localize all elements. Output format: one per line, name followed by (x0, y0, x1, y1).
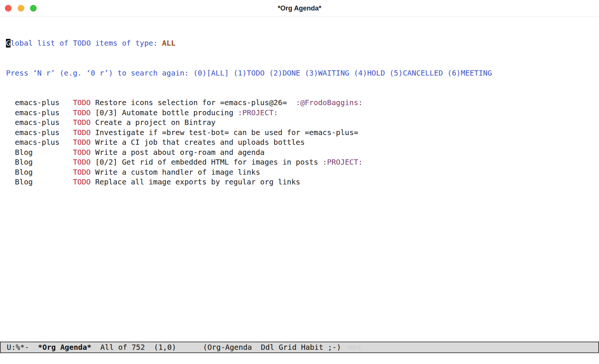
item-title: [0/2] Get rid of embedded HTML for image… (91, 158, 318, 166)
agenda-item[interactable]: emacs-plus TODO [0/3] Automate bottle pr… (6, 108, 599, 118)
agenda-item[interactable]: emacs-plus TODO Investigate if =brew tes… (6, 128, 599, 138)
item-title: Write a post about org-roam and agenda (91, 148, 264, 157)
agenda-item[interactable]: Blog TODO Replace all image exports by r… (6, 177, 599, 187)
tag-separator (318, 158, 323, 166)
item-title: Write a CI job that creates and uploads … (91, 138, 305, 147)
agenda-search-hint: Press ‘N r’ (e.g. ‘0 r’) to search again… (6, 68, 599, 79)
agenda-item[interactable]: emacs-plus TODO Create a project on Bint… (6, 118, 599, 128)
minimize-button[interactable] (18, 5, 24, 12)
modeline: U:%*-*Org Agenda*All of 752(1,0)(Org-Age… (0, 342, 599, 353)
agenda-item[interactable]: emacs-plus TODO Write a CI job that crea… (6, 138, 599, 148)
item-category: Blog (6, 178, 73, 186)
agenda-list: emacs-plus TODO Restore icons selection … (6, 98, 599, 187)
item-tags: :PROJECT: (238, 108, 278, 117)
agenda-item[interactable]: emacs-plus TODO Restore icons selection … (6, 98, 599, 108)
item-category: emacs-plus (6, 108, 73, 117)
item-category: emacs-plus (6, 128, 73, 137)
modeline-buffer-name[interactable]: *Org Agenda* (38, 343, 91, 352)
modeline-buffer-size: All of 752 (100, 343, 145, 352)
agenda-item[interactable]: Blog TODO Write a custom handler of imag… (6, 168, 599, 178)
titlebar: *Org Agenda* (0, 0, 599, 17)
buffer-area: Global list of TODO items of type: ALL P… (0, 17, 599, 197)
item-category: emacs-plus (6, 138, 73, 147)
agenda-filter-type: ALL (162, 39, 176, 48)
item-category: emacs-plus (6, 118, 73, 127)
item-title: Replace all image exports by regular org… (91, 178, 300, 186)
close-button[interactable] (5, 5, 12, 12)
item-title: [0/3] Automate bottle producing (91, 108, 233, 117)
maximize-button[interactable] (30, 5, 37, 12)
todo-keyword: TODO (73, 178, 91, 186)
todo-keyword: TODO (73, 168, 91, 177)
echo-area (0, 353, 599, 364)
agenda-header-line: Global list of TODO items of type: ALL (6, 39, 599, 49)
cursor: G (6, 39, 10, 48)
agenda-item[interactable]: Blog TODO Write a post about org-roam an… (6, 148, 599, 158)
item-tags: :PROJECT: (323, 158, 363, 166)
item-category: Blog (6, 158, 73, 166)
item-category: Blog (6, 168, 73, 177)
modeline-coding-state: U:%*- (7, 343, 29, 352)
todo-keyword: TODO (73, 108, 91, 117)
todo-keyword: TODO (73, 148, 91, 157)
item-category: emacs-plus (6, 98, 73, 107)
item-title: Create a project on Bintray (91, 118, 215, 127)
todo-keyword: TODO (73, 98, 91, 107)
todo-keyword: TODO (73, 118, 91, 127)
item-title: Investigate if =brew test-bot= can be us… (91, 128, 358, 137)
item-title: Write a custom handler of image links (91, 168, 260, 177)
modeline-ghost-text: nes (348, 343, 361, 352)
agenda-header-text: lobal list of TODO items of type: (10, 39, 162, 48)
todo-keyword: TODO (73, 158, 91, 166)
modeline-mode-list[interactable]: (Org-Agenda Ddl Grid Habit ;-) (203, 343, 341, 352)
item-tags: :@FrodoBaggins: (296, 98, 363, 107)
tag-separator (287, 98, 296, 107)
window-title: *Org Agenda* (0, 0, 599, 17)
agenda-item[interactable]: Blog TODO [0/2] Get rid of embedded HTML… (6, 157, 599, 168)
todo-keyword: TODO (73, 138, 91, 147)
item-title: Restore icons selection for =emacs-plus@… (91, 98, 287, 107)
item-category: Blog (6, 148, 73, 157)
todo-keyword: TODO (73, 128, 91, 137)
tag-separator (233, 108, 238, 117)
modeline-cursor-position: (1,0) (154, 343, 176, 352)
